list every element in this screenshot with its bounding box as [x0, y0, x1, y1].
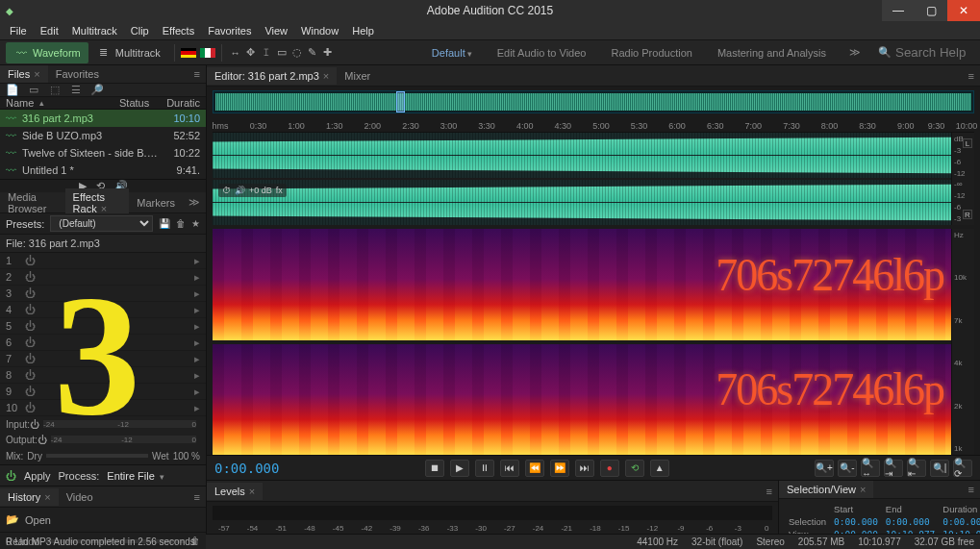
flag-de-icon[interactable] — [181, 48, 196, 58]
lasso-tool-icon[interactable]: ◌ — [289, 45, 305, 61]
mode-multitrack-tab[interactable]: ≣ Multitrack — [88, 42, 168, 63]
tab-files[interactable]: Files× — [0, 65, 48, 83]
workspace-edit-video[interactable]: Edit Audio to Video — [491, 45, 592, 61]
process-dropdown[interactable]: Entire File ▾ — [107, 470, 200, 482]
heal-tool-icon[interactable]: ✚ — [320, 45, 336, 61]
level-meter[interactable] — [213, 506, 772, 520]
panel-menu-icon[interactable]: ≡ — [963, 70, 980, 82]
effect-slot[interactable]: 6⏻▸ — [0, 335, 206, 351]
flag-it-icon[interactable] — [200, 48, 215, 58]
hand-tool-icon[interactable]: ↔ — [228, 45, 243, 61]
spectrogram-view[interactable]: 706s72746l6p 706s72746l6p Hz10k7k4k2k1k — [213, 229, 974, 455]
rewind-button[interactable]: ⏪ — [525, 460, 544, 477]
panel-overflow-icon[interactable]: ≫ — [183, 196, 206, 209]
sel-dur[interactable]: 0:00.000 — [939, 515, 980, 528]
search-input[interactable] — [895, 45, 972, 60]
close-icon[interactable]: × — [860, 484, 866, 495]
tab-history[interactable]: History× — [0, 488, 59, 506]
col-duration-label[interactable]: Duratic — [158, 97, 200, 109]
pause-button[interactable]: ⏸ — [475, 460, 494, 477]
view-dur[interactable]: 10:10.977 — [939, 528, 980, 534]
sel-end[interactable]: 0:00.000 — [882, 515, 939, 528]
go-end-button[interactable]: ⏭ — [575, 460, 594, 477]
brush-tool-icon[interactable]: ✎ — [305, 45, 320, 61]
menu-favorites[interactable]: Favorites — [202, 23, 257, 38]
open-file-icon[interactable]: 📄 — [6, 84, 19, 96]
rack-power-icon[interactable]: ⏻ — [6, 470, 16, 482]
panel-menu-icon[interactable]: ≡ — [761, 486, 778, 497]
effect-slot[interactable]: 5⏻▸ — [0, 318, 206, 335]
skip-selection-button[interactable]: ▲ — [650, 460, 669, 477]
window-close-button[interactable]: ✕ — [947, 0, 980, 21]
tab-editor[interactable]: Editor: 316 part 2.mp3× — [207, 67, 337, 85]
tab-mixer[interactable]: Mixer — [337, 67, 378, 85]
panel-menu-icon[interactable]: ≡ — [188, 491, 206, 503]
col-name-label[interactable]: Name — [6, 97, 34, 109]
tab-levels[interactable]: Levels× — [207, 483, 263, 500]
panel-menu-icon[interactable]: ≡ — [188, 68, 206, 80]
zoom-in-button[interactable]: 🔍+ — [815, 460, 834, 477]
effect-slot[interactable]: 1⏻▸ — [0, 253, 206, 269]
menu-multitrack[interactable]: Multitrack — [66, 23, 123, 38]
view-start[interactable]: 0:00.000 — [830, 528, 882, 534]
menu-effects[interactable]: Effects — [157, 23, 200, 38]
input-meter[interactable]: -24-120 — [43, 420, 196, 428]
output-meter[interactable]: -24-120 — [51, 436, 196, 443]
effect-slot[interactable]: 7⏻▸ — [0, 351, 206, 367]
waveform-channel-right[interactable]: ⏱ 🔊 +0 dB fx — [213, 180, 951, 225]
tab-media-browser[interactable]: Media Browser — [0, 188, 65, 217]
time-ruler[interactable]: hms 0:30 1:00 1:30 2:00 2:30 3:00 3:30 4… — [213, 117, 974, 133]
close-icon[interactable]: × — [44, 491, 50, 503]
power-icon[interactable]: ⏻ — [30, 419, 39, 430]
favorite-icon[interactable]: ★ — [191, 218, 200, 229]
effect-slot[interactable]: 2⏻▸ — [0, 269, 206, 286]
tab-selection-view[interactable]: Selection/View× — [779, 481, 873, 498]
window-minimize-button[interactable]: — — [882, 0, 915, 21]
filter-icon[interactable]: ☰ — [69, 84, 83, 96]
fast-forward-button[interactable]: ⏩ — [550, 460, 569, 477]
close-icon[interactable]: × — [101, 203, 107, 214]
zoom-selection-button[interactable]: 🔍⇥ — [884, 460, 903, 477]
tab-effects-rack[interactable]: Effects Rack× — [65, 188, 130, 217]
zoom-reset-button[interactable]: 🔍⟳ — [953, 460, 972, 477]
spectrogram-channel-left[interactable]: 706s72746l6p — [213, 229, 951, 340]
workspace-radio[interactable]: Radio Production — [605, 45, 697, 61]
workspace-overflow[interactable]: ≫ — [845, 46, 865, 59]
spectrogram-channel-right[interactable]: 706s72746l6p — [213, 344, 951, 456]
volume-hud[interactable]: ⏱ 🔊 +0 dB fx — [218, 184, 287, 197]
menu-clip[interactable]: Clip — [125, 23, 155, 38]
presets-dropdown[interactable]: (Default) — [50, 215, 153, 232]
effect-slot[interactable]: 9⏻▸ — [0, 384, 206, 400]
zoom-out-point-button[interactable]: 🔍| — [930, 460, 949, 477]
effect-slot[interactable]: 3⏻▸ — [0, 286, 206, 302]
tab-favorites[interactable]: Favorites — [48, 65, 107, 83]
close-icon[interactable]: × — [323, 70, 329, 82]
zoom-out-button[interactable]: 🔍- — [838, 460, 857, 477]
col-status-label[interactable]: Status — [119, 97, 158, 109]
loop-button[interactable]: ⟲ — [625, 460, 644, 477]
view-end[interactable]: 10:10.977 — [882, 528, 939, 534]
window-maximize-button[interactable]: ▢ — [915, 0, 947, 21]
delete-preset-icon[interactable]: 🗑 — [176, 218, 186, 229]
waveform-channel-left[interactable] — [213, 133, 951, 178]
channel-r-badge[interactable]: R — [963, 210, 972, 219]
search-files-icon[interactable]: 🔎 — [90, 84, 104, 96]
zoom-in-point-button[interactable]: 🔍⇤ — [907, 460, 926, 477]
play-button[interactable]: ▶ — [450, 460, 469, 477]
file-row[interactable]: 〰 316 part 2.mp3 10:10 — [0, 110, 206, 127]
search-help[interactable]: 🔍 — [878, 45, 972, 60]
channel-l-badge[interactable]: L — [963, 138, 972, 148]
move-tool-icon[interactable]: ✥ — [243, 45, 259, 61]
waveform-view[interactable]: ⏱ 🔊 +0 dB fx dB-3-6-12-∞-12-6-3 L R — [213, 133, 974, 225]
overview-viewport[interactable] — [396, 91, 405, 112]
panel-menu-icon[interactable]: ≡ — [963, 484, 980, 495]
sel-start[interactable]: 0:00.000 — [830, 515, 882, 528]
zoom-full-button[interactable]: 🔍↔ — [861, 460, 880, 477]
marquee-tool-icon[interactable]: ▭ — [274, 45, 289, 61]
file-row[interactable]: 〰 Untitled 1 * 9:41. — [0, 162, 206, 179]
current-time[interactable]: 0:00.000 — [214, 461, 279, 476]
close-icon[interactable]: × — [34, 68, 39, 80]
fx-icon[interactable]: fx — [276, 186, 283, 195]
mode-waveform-tab[interactable]: 〰 Waveform — [6, 42, 88, 63]
history-item[interactable]: 📂 Open — [6, 512, 200, 528]
